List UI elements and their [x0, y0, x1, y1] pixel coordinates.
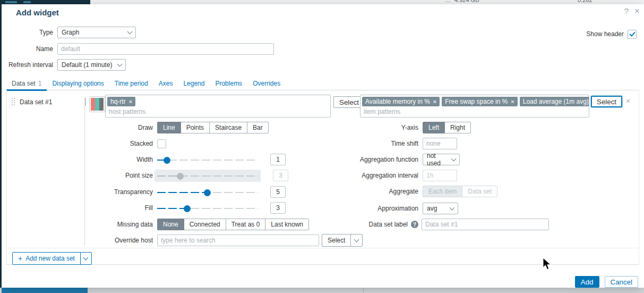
background-bottombar: [0, 288, 644, 293]
time-shift-input[interactable]: none: [423, 138, 457, 149]
background-divider: [363, 288, 364, 293]
background-sidebar-top: [0, 0, 90, 4]
slider-thumb[interactable]: [204, 189, 211, 196]
tab-badge: 1: [38, 80, 42, 87]
slider-thumb[interactable]: [184, 205, 191, 212]
add-new-data-set-button[interactable]: + Add new data set: [13, 253, 80, 264]
type-label: Type: [2, 29, 53, 36]
type-select[interactable]: Graph: [57, 27, 136, 38]
aggregation-interval-label: Aggregation interval: [312, 172, 418, 179]
background-nav-fragment: [5, 1, 17, 3]
background-topbar: … 4.924 GB 0.262: [0, 0, 644, 4]
tab-displaying-options[interactable]: Displaying options: [47, 77, 109, 90]
point-size-value: 3: [273, 170, 288, 181]
host-patterns-multiselect[interactable]: hq-rtr × host patterns: [105, 95, 331, 118]
width-slider[interactable]: [157, 156, 258, 163]
host-patterns-placeholder: host patterns: [106, 108, 330, 117]
tab-time-period[interactable]: Time period: [109, 77, 153, 90]
show-header-checkbox[interactable]: [628, 30, 637, 39]
data-set-label-input[interactable]: Data set #1: [422, 219, 549, 230]
aggregation-function-select[interactable]: not used: [423, 154, 460, 165]
tag-remove-icon[interactable]: ×: [433, 98, 436, 105]
slider-fill: [157, 160, 167, 161]
type-select-value: Graph: [62, 29, 79, 36]
background-ellipsis: …: [445, 0, 451, 3]
tab-overrides[interactable]: Overrides: [247, 77, 286, 90]
tab-axes[interactable]: Axes: [153, 77, 178, 90]
missing-data-option-none[interactable]: None: [157, 219, 184, 230]
item-patterns-multiselect[interactable]: Available memory in % × Free swap space …: [360, 95, 589, 118]
tag-remove-icon[interactable]: ×: [511, 98, 514, 105]
remove-data-set-icon[interactable]: ×: [626, 97, 630, 105]
cancel-button[interactable]: Cancel: [605, 276, 639, 288]
missing-data-label: Missing data: [7, 221, 153, 228]
collapse-icon[interactable]: [81, 98, 88, 104]
fill-slider[interactable]: [157, 205, 258, 212]
draw-label: Draw: [7, 124, 153, 131]
override-host-select-button[interactable]: Select: [322, 235, 350, 246]
data-set-label-label: Data set label: [312, 221, 408, 228]
approximation-select[interactable]: avg: [423, 203, 458, 214]
name-input[interactable]: default: [57, 43, 274, 55]
tag-remove-icon[interactable]: ×: [129, 98, 132, 105]
refresh-interval-value: Default (1 minute): [62, 61, 112, 69]
draw-option-staircase[interactable]: Staircase: [209, 122, 247, 133]
background-memory-value: 4.924 GB: [454, 0, 479, 3]
help-icon[interactable]: ?: [624, 6, 629, 15]
missing-data-option-connected[interactable]: Connected: [184, 219, 226, 230]
background-nav-fragment: [23, 1, 31, 3]
item-tag-label: Available memory in %: [365, 98, 430, 105]
chevron-down-icon: [117, 62, 123, 67]
chevron-down-icon: [83, 255, 89, 261]
yaxis-option-right[interactable]: Right: [444, 122, 471, 133]
override-host-select-dropdown[interactable]: [350, 235, 362, 246]
data-set-panel: Data set #1 hq-rtr × host patterns Selec…: [6, 90, 639, 265]
slider-thumb[interactable]: [164, 157, 170, 164]
width-label: Width: [7, 156, 153, 163]
fill-value[interactable]: 3: [270, 202, 286, 214]
item-tag-label: Free swap space in %: [445, 98, 508, 105]
time-shift-placeholder: none: [426, 140, 441, 147]
name-placeholder: default: [61, 45, 80, 53]
close-icon[interactable]: ×: [634, 6, 640, 16]
item-tag-label: Load average (1m avg): [523, 98, 589, 105]
aggregate-option-each-item: Each item: [423, 186, 462, 197]
width-value[interactable]: 1: [270, 154, 286, 165]
background-blue-button: [2, 288, 88, 293]
missing-data-toggle: None Connected Treat as 0 Last known: [157, 219, 309, 230]
add-button[interactable]: Add: [575, 276, 599, 288]
refresh-interval-select[interactable]: Default (1 minute): [57, 59, 126, 71]
tab-data-set[interactable]: Data set 1: [6, 77, 47, 91]
chevron-down-icon: [451, 156, 457, 162]
stacked-label: Stacked: [7, 140, 153, 147]
chevron-up-icon: [85, 98, 85, 106]
draw-option-line[interactable]: Line: [157, 122, 181, 133]
tab-legend[interactable]: Legend: [178, 77, 210, 90]
slider-fill: [157, 175, 181, 177]
tab-problems[interactable]: Problems: [210, 77, 247, 90]
missing-data-option-treat-as-0[interactable]: Treat as 0: [226, 219, 266, 230]
transparency-slider[interactable]: [157, 189, 258, 196]
swatch-color-3: [99, 98, 104, 111]
refresh-interval-label: Refresh interval: [2, 61, 53, 69]
stacked-checkbox[interactable]: [157, 139, 166, 148]
item-tag: Free swap space in % ×: [442, 97, 518, 106]
missing-data-option-last-known[interactable]: Last known: [265, 219, 309, 230]
yaxis-option-left[interactable]: Left: [423, 122, 445, 133]
add-new-data-set-dropdown[interactable]: [80, 253, 91, 264]
override-host-placeholder: type here to search: [161, 237, 216, 244]
drag-handle-icon[interactable]: [11, 97, 15, 106]
add-new-data-set-label: Add new data set: [25, 255, 75, 262]
color-swatch[interactable]: [89, 96, 105, 112]
point-size-label: Point size: [7, 172, 153, 179]
slider-track[interactable]: [157, 160, 258, 161]
add-widget-dialog: Add widget ? × Type Graph Show header Na…: [2, 4, 644, 288]
item-select-button[interactable]: Select: [591, 96, 622, 107]
transparency-value[interactable]: 5: [270, 186, 286, 198]
draw-option-points[interactable]: Points: [181, 122, 210, 133]
help-circle-icon[interactable]: ?: [411, 221, 418, 228]
add-new-data-set-split: + Add new data set: [12, 252, 92, 265]
draw-option-bar[interactable]: Bar: [247, 122, 269, 133]
swatch-color-2: [95, 98, 99, 111]
override-host-input[interactable]: type here to search: [157, 235, 319, 246]
